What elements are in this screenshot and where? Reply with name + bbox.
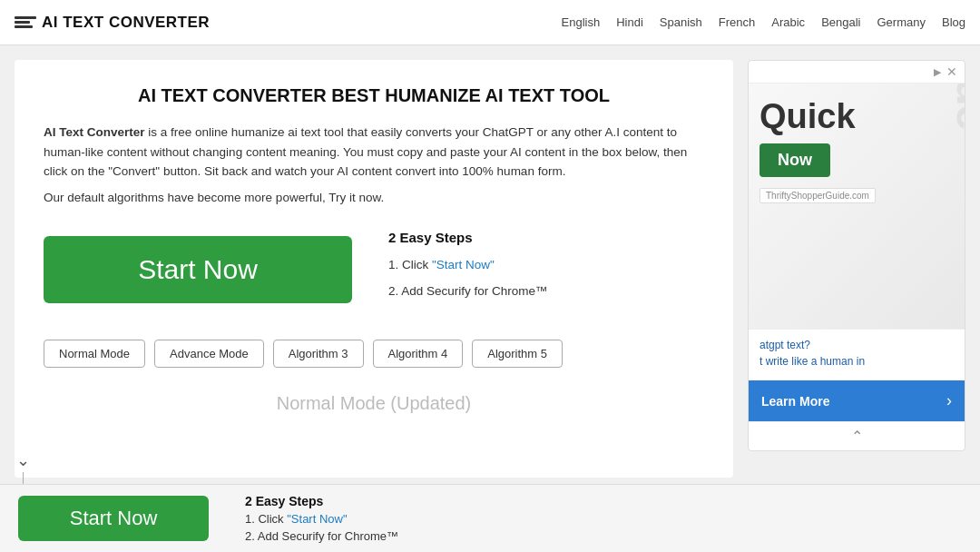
ad-quick-text: Quick: [760, 98, 856, 136]
header: AI TEXT CONVERTER EnglishHindiSpanishFre…: [0, 0, 980, 45]
nav-link-germany[interactable]: Germany: [877, 15, 926, 29]
ad-green-btn[interactable]: Now: [760, 143, 830, 177]
ad-label: ▶: [934, 66, 941, 78]
ad-chevron-up-icon[interactable]: ⌃: [851, 428, 863, 445]
nav-link-blog[interactable]: Blog: [942, 15, 965, 29]
learn-more-button[interactable]: Learn More ›: [749, 380, 965, 421]
mode-tab-advance-mode[interactable]: Advance Mode: [154, 340, 264, 368]
ad-visual: Quick Now ThriftyShopperGuide.com Thrift…: [749, 84, 965, 329]
mode-tab-algorithm-4[interactable]: Algorithm 4: [373, 340, 464, 368]
ad-top-bar: ▶ ✕: [749, 61, 965, 84]
cta-section: Start Now 2 Easy Steps 1. Click "Start N…: [44, 230, 704, 310]
start-now-button[interactable]: Start Now: [44, 236, 352, 303]
ad-domain: ThriftyShopperGuide.com: [760, 188, 876, 203]
sub-description: Our default algorithms have become more …: [44, 191, 704, 204]
page-heading: AI TEXT CONVERTER BEST HUMANIZE AI TEXT …: [44, 85, 704, 106]
logo-text: AI TEXT CONVERTER: [42, 14, 210, 32]
nav-links: EnglishHindiSpanishFrenchArabicBengaliGe…: [562, 15, 965, 29]
nav-link-spanish[interactable]: Spanish: [660, 15, 702, 29]
nav-link-english[interactable]: English: [562, 15, 601, 29]
mode-label: Normal Mode (Updated): [44, 386, 704, 414]
ad-text-links: atgpt text?t write like a human in: [749, 329, 965, 380]
page-wrapper: AI TEXT CONVERTER BEST HUMANIZE AI TEXT …: [0, 45, 980, 492]
nav-link-hindi[interactable]: Hindi: [616, 15, 643, 29]
ad-bottom-bar: ⌃: [749, 421, 965, 450]
learn-more-arrow: ›: [946, 391, 952, 410]
brand-name: AI Text Converter: [44, 125, 145, 139]
mode-tab-normal-mode[interactable]: Normal Mode: [44, 340, 145, 368]
ad-close-icon[interactable]: ✕: [946, 64, 957, 79]
nav-link-arabic[interactable]: Arabic: [771, 15, 805, 29]
mode-tab-algorithm-5[interactable]: Algorithm 5: [472, 340, 563, 368]
logo-area: AI TEXT CONVERTER: [15, 14, 210, 32]
logo-icon: [15, 15, 36, 31]
ad-box: ▶ ✕ Quick Now ThriftyShopperGuide.com Th…: [748, 60, 965, 451]
nav-link-french[interactable]: French: [719, 15, 755, 29]
sidebar: ▶ ✕ Quick Now ThriftyShopperGuide.com Th…: [748, 60, 965, 478]
steps-section: 2 Easy Steps 1. Click "Start Now" 2. Add…: [388, 230, 588, 310]
scroll-down-icon: ⌄: [16, 450, 30, 470]
bottom-bar: Start Now 2 Easy Steps 1. Click "Start N…: [0, 484, 980, 492]
mode-tabs: Normal ModeAdvance ModeAlgorithm 3Algori…: [44, 340, 704, 368]
nav-link-bengali[interactable]: Bengali: [821, 15, 860, 29]
steps-title: 2 Easy Steps: [388, 230, 588, 245]
mode-tab-algorithm-3[interactable]: Algorithm 3: [273, 340, 364, 368]
step-1-link[interactable]: "Start Now": [432, 258, 495, 271]
ad-watermark: ThriftyShopperGuide: [946, 84, 965, 129]
ad-text-link[interactable]: atgpt text?: [760, 339, 954, 351]
main-content: AI TEXT CONVERTER BEST HUMANIZE AI TEXT …: [15, 60, 733, 478]
ad-text-link[interactable]: t write like a human in: [760, 355, 954, 368]
step-2: 2. Add Securify for Chrome™: [388, 284, 588, 298]
learn-more-text: Learn More: [761, 394, 829, 409]
step-1-pre: 1. Click: [388, 258, 432, 271]
step-1: 1. Click "Start Now": [388, 258, 588, 271]
description-1: AI Text Converter is a free online human…: [44, 123, 704, 182]
